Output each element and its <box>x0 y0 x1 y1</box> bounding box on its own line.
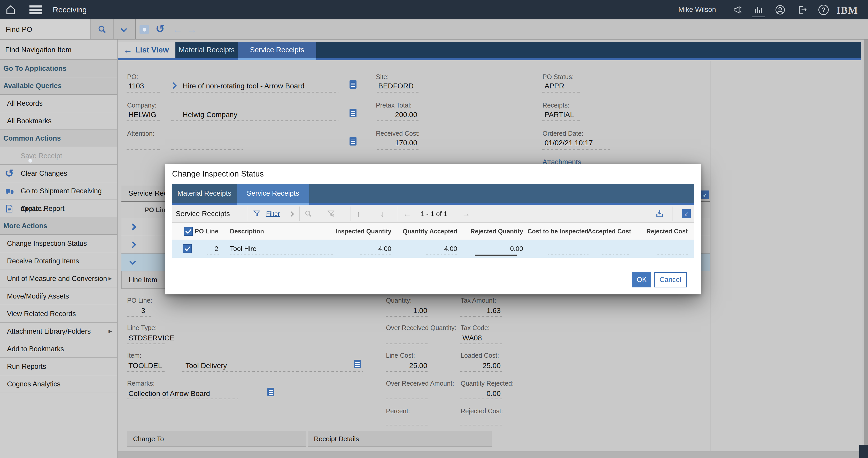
site-value[interactable]: BEDFORD <box>378 82 413 90</box>
pretax-total-value[interactable]: 200.00 <box>376 111 417 119</box>
site-label: Site: <box>376 73 389 81</box>
tab-underline-active <box>238 58 316 60</box>
filter-icon[interactable] <box>253 210 261 217</box>
expand-row-icon[interactable] <box>129 224 136 230</box>
sidebar-item-receive-rotating-items[interactable]: Receive Rotating Items <box>0 252 117 270</box>
sidebar-item-move-modify-assets[interactable]: Move/Modify Assets <box>0 287 117 305</box>
tab-receipt-details[interactable]: Receipt Details <box>308 431 492 447</box>
line-cost-value[interactable]: 25.00 <box>386 362 427 370</box>
loaded-cost-value[interactable]: 25.00 <box>461 362 501 370</box>
sidebar-section-more-actions[interactable]: More Actions <box>0 217 117 235</box>
received-cost-value[interactable]: 170.00 <box>376 139 417 147</box>
percent-label: Percent: <box>386 407 410 415</box>
sidebar-item-run-reports[interactable]: Run Reports <box>0 358 117 375</box>
company-description[interactable]: Helwig Company <box>183 111 238 119</box>
po-status-value[interactable]: APPR <box>545 82 564 90</box>
sidebar-item-create-report[interactable]: Create Report <box>0 200 117 217</box>
vertical-scrollbar-thumb[interactable] <box>864 39 868 445</box>
sidebar-section-common-actions[interactable]: Common Actions <box>0 130 117 147</box>
sidebar-section-go-to-applications[interactable]: Go To Applications <box>0 60 117 77</box>
horizontal-scrollbar[interactable] <box>118 451 861 458</box>
home-icon[interactable] <box>5 4 17 16</box>
sidebar-item-view-related-records[interactable]: View Related Records <box>0 305 117 323</box>
chevron-down-icon <box>120 26 127 32</box>
submenu-arrow-icon: ▶ <box>108 323 112 340</box>
sidebar-item-cognos-analytics[interactable]: Cognos Analytics <box>0 375 117 393</box>
tab-underline <box>118 58 861 60</box>
dialog-tab-service-receipts[interactable]: Service Receipts <box>237 184 309 203</box>
po-value[interactable]: 1103 <box>128 82 144 90</box>
tax-code-label: Tax Code: <box>461 324 490 332</box>
ok-button[interactable]: OK <box>632 272 651 287</box>
remarks-label: Remarks: <box>127 380 155 387</box>
remarks-value[interactable]: Collection of Arrow Board <box>128 390 210 398</box>
ibm-logo: IBM <box>836 4 858 16</box>
sidebar-item-attachment-library[interactable]: Attachment Library/Folders▶ <box>0 323 117 340</box>
tab-material-receipts[interactable]: Material Receipts <box>176 42 238 58</box>
undo-icon[interactable]: ↺ <box>156 24 164 34</box>
back-to-list-view[interactable]: ← List View <box>118 42 176 58</box>
minimize-section-icon[interactable]: ↙ <box>701 190 709 199</box>
long-description-icon[interactable] <box>349 80 356 89</box>
po-line-value[interactable]: 3 <box>127 307 145 315</box>
quantity-value[interactable]: 1.00 <box>386 307 427 315</box>
back-arrow-icon: ← <box>123 42 132 58</box>
dialog-table-row[interactable]: 2 Tool Hire 4.00 4.00 0.00 <box>172 240 694 258</box>
expand-row-icon[interactable] <box>129 241 136 248</box>
sidebar: Find Navigation Item Go To Applications … <box>0 39 118 458</box>
sidebar-item-add-to-bookmarks[interactable]: Add to Bookmarks <box>0 340 117 358</box>
item-value[interactable]: TOOLDEL <box>128 362 162 370</box>
sidebar-item-change-inspection-status[interactable]: Change Inspection Status <box>0 235 117 252</box>
expand-filter-icon[interactable] <box>289 211 294 217</box>
tab-service-receipts[interactable]: Service Receipts <box>238 42 316 58</box>
over-received-amount-label: Over Received Amount: <box>386 380 454 387</box>
query-dropdown-button[interactable] <box>114 20 135 39</box>
sidebar-section-available-queries[interactable]: Available Queries <box>0 77 117 95</box>
tax-amount-value[interactable]: 1.63 <box>461 307 501 315</box>
announcements-icon[interactable] <box>733 5 743 15</box>
sidebar-item-unit-of-measure[interactable]: Unit of Measure and Conversion▶ <box>0 270 117 287</box>
user-name[interactable]: Mike Wilson <box>678 0 716 20</box>
long-description-icon[interactable] <box>354 360 361 368</box>
minimize-dialog-table-icon[interactable]: ↙ <box>682 209 691 218</box>
quantity-rejected-value[interactable]: 0.00 <box>461 390 501 398</box>
toolbar-divider <box>135 20 136 39</box>
find-navigation-input[interactable]: Find Navigation Item <box>0 39 117 60</box>
download-icon[interactable] <box>655 209 664 218</box>
help-icon[interactable]: ? <box>818 5 829 15</box>
receipts-value[interactable]: PARTIAL <box>545 111 574 119</box>
company-value[interactable]: HELWIG <box>128 111 156 119</box>
reports-icon[interactable] <box>753 5 764 15</box>
sidebar-item-clear-changes[interactable]: ↺ Clear Changes <box>0 165 117 182</box>
sidebar-item-all-bookmarks[interactable]: All Bookmarks <box>0 112 117 130</box>
tab-charge-to[interactable]: Charge To <box>127 431 306 447</box>
profile-icon[interactable] <box>775 5 785 15</box>
sidebar-item-all-records[interactable]: All Records <box>0 95 117 112</box>
menu-icon[interactable] <box>29 5 42 14</box>
collapse-row-icon[interactable] <box>129 258 136 265</box>
long-description-icon[interactable] <box>268 388 274 396</box>
dialog-table-header: PO Line Description Inspected Quantity Q… <box>172 223 694 240</box>
item-description[interactable]: Tool Delivery <box>185 362 227 370</box>
search-button[interactable] <box>91 20 114 39</box>
line-type-value[interactable]: STDSERVICE <box>128 334 175 342</box>
find-po-input[interactable]: Find PO <box>0 20 91 39</box>
previous-record-icon[interactable]: ← <box>173 25 182 34</box>
long-description-icon[interactable] <box>349 137 356 146</box>
long-description-icon[interactable] <box>349 109 356 117</box>
sidebar-item-go-to-shipment-receiving[interactable]: Go to Shipment Receiving applic... <box>0 182 117 200</box>
next-record-icon[interactable]: → <box>187 25 197 34</box>
filter-link[interactable]: Filter <box>266 205 280 222</box>
save-icon[interactable] <box>140 25 149 34</box>
ordered-date-value[interactable]: 01/02/21 10:17 <box>545 139 593 147</box>
sign-out-icon[interactable] <box>797 5 808 15</box>
po-description[interactable]: Hire of non-rotating tool - Arrow Board <box>183 82 305 90</box>
dialog-tab-material-receipts[interactable]: Material Receipts <box>172 184 237 203</box>
over-received-quantity-label: Over Received Quantity: <box>386 324 456 332</box>
find-po-value: Find PO <box>6 20 32 39</box>
dialog-tab-strip: Material Receipts Service Receipts <box>172 184 694 203</box>
receipts-label: Receipts: <box>542 101 569 109</box>
cancel-button[interactable]: Cancel <box>654 272 687 287</box>
tax-code-value[interactable]: WA08 <box>462 334 482 342</box>
report-icon <box>5 204 14 213</box>
